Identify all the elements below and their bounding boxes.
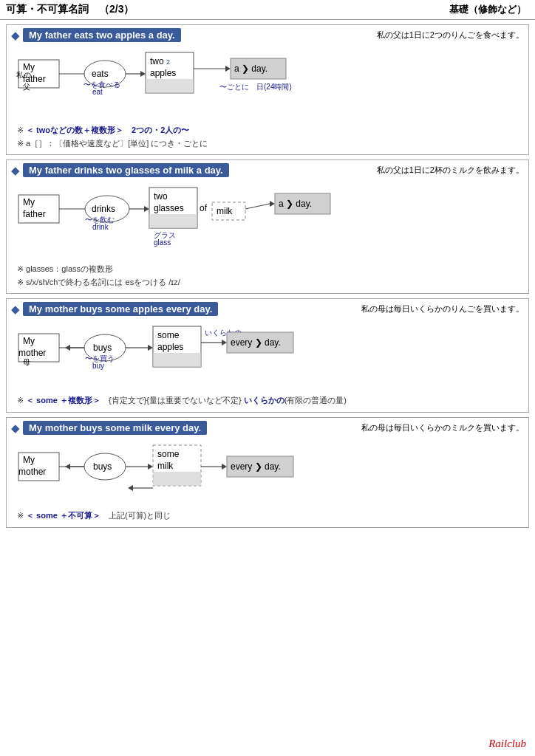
note-1-1: ※ ＜ twoなどの数＋複数形＞ 2つの・2人の〜	[11, 124, 524, 137]
svg-marker-57	[148, 345, 153, 351]
svg-text:every ❯ day.: every ❯ day.	[231, 337, 281, 348]
svg-text:mother: mother	[18, 467, 46, 477]
svg-marker-18	[225, 66, 231, 72]
diagram-1-svg: My 私の father 父 eats 〜を食べる eat two 2 appl…	[11, 45, 528, 123]
notes-1: ※ ＜ twoなどの数＋複数形＞ 2つの・2人の〜 ※ a［］：〔価格や速度など…	[11, 124, 524, 150]
translation-3: 私の母は毎日いくらかのりんごを買います。	[361, 302, 524, 315]
page-header: 可算・不可算名詞 （2/3） 基礎（修飾など）	[0, 0, 535, 20]
section-2-title-row: ◆ My father drinks two glasses of milk a…	[11, 163, 229, 177]
svg-text:apples: apples	[150, 68, 176, 78]
diagram-3: My mother 母 buys 〜を買う buy some いくらかの app…	[11, 319, 524, 393]
diagram-4-svg: My mother buys some milk	[11, 438, 528, 508]
svg-text:glasses: glasses	[154, 203, 184, 213]
page-subtitle: 基礎（修飾など）	[449, 3, 526, 16]
sentence-2: My father drinks two glasses of milk a d…	[23, 163, 229, 177]
svg-marker-11	[140, 71, 146, 77]
svg-marker-42	[270, 201, 275, 207]
notes-3: ※ ＜ some ＋複数形＞ {肯定文で}{量は重要でないなど不定} いくらかの…	[11, 394, 524, 408]
svg-marker-74	[65, 464, 70, 470]
note-1-2: ※ a［］：〔価格や速度など〕[単位] につき・ごとに	[11, 137, 524, 151]
svg-text:buys: buys	[93, 343, 112, 353]
section-4-header: ◆ My mother buys some milk every day. 私の…	[11, 421, 524, 435]
translation-1: 私の父は1日に2つのりんごを食べます。	[376, 28, 524, 41]
svg-rect-62	[153, 353, 201, 367]
svg-text:some: some	[157, 330, 180, 340]
diagram-4: My mother buys some milk	[11, 438, 524, 508]
diamond-icon-3: ◆	[11, 303, 20, 315]
sentence-1: My father eats two apples a day.	[23, 28, 181, 42]
svg-text:two: two	[150, 56, 164, 66]
svg-rect-16	[146, 79, 194, 93]
svg-marker-82	[128, 485, 133, 491]
notes-4: ※ ＜ some ＋不可算＞ 上記(可算)と同じ	[11, 509, 524, 523]
page-title: 可算・不可算名詞 （2/3）	[6, 3, 134, 16]
svg-rect-38	[149, 214, 197, 228]
diamond-icon-4: ◆	[11, 422, 20, 433]
svg-text:2: 2	[166, 58, 170, 66]
section-2-header: ◆ My father drinks two glasses of milk a…	[11, 163, 524, 177]
diagram-3-svg: My mother 母 buys 〜を買う buy some いくらかの app…	[11, 319, 528, 393]
sentence-4: My mother buys some milk every day.	[23, 421, 207, 435]
diamond-icon-2: ◆	[11, 165, 20, 176]
notes-2: ※ glasses：glassの複数形 ※ s/x/sh/chで終わる名詞には …	[11, 263, 524, 289]
translation-2: 私の父は1日に2杯のミルクを飲みます。	[376, 163, 524, 176]
diamond-icon-1: ◆	[11, 30, 20, 41]
svg-text:glass: glass	[154, 238, 171, 247]
svg-text:My: My	[23, 455, 35, 465]
section-1: ◆ My father eats two apples a day. 私の父は1…	[6, 24, 529, 155]
note-2-2: ※ s/x/sh/chで終わる名詞には esをつける /ɪz/	[11, 276, 524, 289]
svg-marker-55	[65, 345, 70, 351]
svg-text:every ❯ day.: every ❯ day.	[231, 461, 281, 472]
svg-marker-64	[222, 340, 227, 346]
brand-logo: Railclub	[488, 738, 526, 749]
svg-text:some: some	[157, 449, 180, 459]
diagram-2-svg: My father drinks 〜を飲む drink two glasses …	[11, 180, 528, 261]
svg-text:buys: buys	[93, 461, 112, 472]
sentence-3: My mother buys some apples every day.	[23, 302, 218, 316]
svg-text:母: 母	[23, 358, 30, 366]
svg-text:a ❯ day.: a ❯ day.	[279, 199, 312, 209]
svg-text:two: two	[154, 191, 168, 202]
svg-text:My: My	[23, 197, 35, 207]
svg-text:buy: buy	[92, 362, 104, 370]
section-4-title-row: ◆ My mother buys some milk every day.	[11, 421, 207, 435]
svg-text:drink: drink	[92, 223, 109, 231]
section-3-header: ◆ My mother buys some apples every day. …	[11, 302, 524, 316]
svg-text:eat: eat	[92, 88, 103, 96]
svg-text:My: My	[23, 336, 35, 346]
svg-text:eats: eats	[92, 69, 109, 79]
section-2: ◆ My father drinks two glasses of milk a…	[6, 159, 529, 294]
section-1-header: ◆ My father eats two apples a day. 私の父は1…	[11, 28, 524, 42]
section-4: ◆ My mother buys some milk every day. 私の…	[6, 417, 529, 528]
svg-marker-76	[148, 464, 153, 470]
note-4-1: ※ ＜ some ＋不可算＞ 上記(可算)と同じ	[11, 509, 524, 523]
svg-text:drinks: drinks	[92, 204, 115, 214]
note-3-1: ※ ＜ some ＋複数形＞ {肯定文で}{量は重要でないなど不定} いくらかの…	[11, 394, 524, 408]
svg-text:父: 父	[23, 83, 30, 91]
svg-marker-31	[144, 206, 149, 212]
svg-marker-84	[222, 464, 227, 470]
page-footer: Railclub	[488, 738, 526, 750]
svg-text:a ❯ day.: a ❯ day.	[234, 63, 268, 74]
svg-text:milk: milk	[157, 461, 174, 471]
svg-text:〜ごとに　日(24時間): 〜ごとに 日(24時間)	[219, 83, 292, 91]
svg-text:of: of	[200, 203, 208, 213]
translation-4: 私の母は毎日いくらかのミルクを買います。	[361, 421, 524, 433]
svg-text:milk: milk	[217, 206, 233, 216]
section-3-title-row: ◆ My mother buys some apples every day.	[11, 302, 218, 316]
svg-text:father: father	[23, 209, 46, 219]
svg-line-41	[245, 204, 270, 209]
diagram-2: My father drinks 〜を飲む drink two glasses …	[11, 180, 524, 261]
section-3: ◆ My mother buys some apples every day. …	[6, 298, 529, 413]
svg-text:mother: mother	[18, 348, 46, 358]
svg-rect-80	[153, 472, 201, 486]
note-2-1: ※ glasses：glassの複数形	[11, 263, 524, 276]
section-1-title-row: ◆ My father eats two apples a day.	[11, 28, 181, 42]
diagram-1: My 私の father 父 eats 〜を食べる eat two 2 appl…	[11, 45, 524, 123]
svg-text:apples: apples	[157, 342, 183, 352]
